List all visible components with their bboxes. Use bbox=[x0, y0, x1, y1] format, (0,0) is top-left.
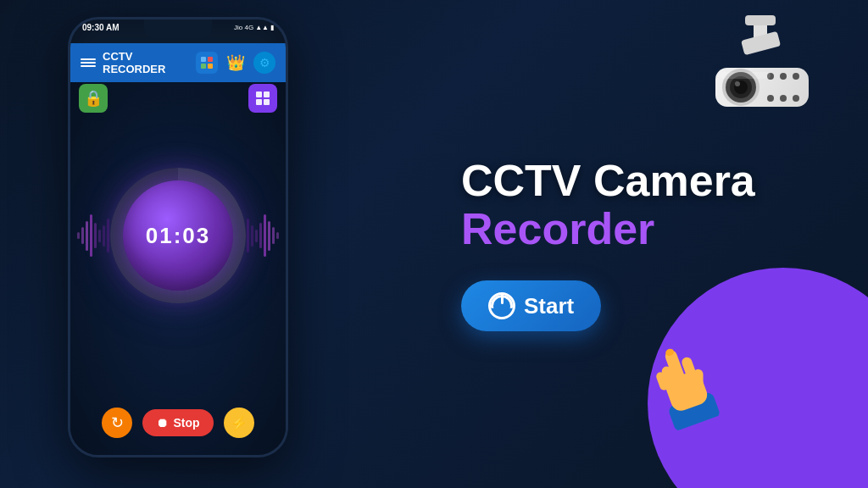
carrier-label: Jio 4G bbox=[234, 24, 253, 31]
phone-frame: 09:30 AM Jio 4G ▲▲ ▮ CCTV RECORDER bbox=[68, 17, 288, 458]
svg-rect-32 bbox=[693, 369, 704, 388]
title-white-text: CCTV Camera bbox=[461, 156, 755, 205]
bolt-button[interactable]: ⚡ bbox=[224, 408, 254, 438]
hamburger-menu-icon[interactable] bbox=[81, 58, 96, 67]
signal-icon: ▲▲ bbox=[255, 24, 269, 31]
timer-area: 01:03 bbox=[70, 77, 286, 394]
stop-label: Stop bbox=[173, 416, 199, 430]
status-icons: Jio 4G ▲▲ ▮ bbox=[234, 24, 274, 31]
svg-rect-2 bbox=[201, 64, 206, 69]
svg-rect-0 bbox=[201, 57, 206, 62]
app-title-line1: CCTV Camera bbox=[461, 157, 817, 205]
gallery-icon[interactable] bbox=[196, 52, 218, 74]
svg-point-22 bbox=[780, 95, 787, 102]
svg-point-17 bbox=[735, 81, 740, 86]
phone-mockup: 09:30 AM Jio 4G ▲▲ ▮ CCTV RECORDER bbox=[68, 17, 305, 474]
refresh-button[interactable]: ↻ bbox=[102, 408, 132, 438]
stop-button[interactable]: ⏺ Stop bbox=[142, 409, 213, 436]
battery-icon: ▮ bbox=[270, 24, 274, 31]
cctv-camera-image bbox=[673, 8, 843, 136]
svg-point-19 bbox=[780, 73, 787, 80]
start-label: Start bbox=[524, 293, 574, 319]
phone-toolbar: CCTV RECORDER 👑 ⚙ bbox=[70, 43, 286, 82]
timer-circle-inner: 01:03 bbox=[123, 180, 233, 291]
svg-rect-1 bbox=[208, 57, 213, 62]
power-icon bbox=[488, 292, 515, 319]
phone-content: 🔒 bbox=[70, 77, 286, 455]
timer-circle-outer: 01:03 bbox=[110, 168, 246, 303]
svg-point-20 bbox=[793, 73, 799, 80]
status-bar: 09:30 AM Jio 4G ▲▲ ▮ bbox=[70, 23, 286, 32]
status-time: 09:30 AM bbox=[82, 23, 120, 32]
svg-point-23 bbox=[793, 95, 799, 102]
start-button[interactable]: Start bbox=[461, 280, 601, 331]
settings-icon[interactable]: ⚙ bbox=[253, 52, 275, 74]
svg-rect-24 bbox=[720, 72, 771, 79]
record-dot-icon: ⏺ bbox=[156, 416, 168, 430]
timer-display: 01:03 bbox=[146, 223, 211, 249]
app-title-line2: Recorder bbox=[461, 205, 817, 253]
svg-rect-3 bbox=[208, 64, 213, 69]
svg-point-21 bbox=[767, 95, 774, 102]
svg-rect-9 bbox=[745, 15, 776, 25]
toolbar-title: CCTV RECORDER bbox=[103, 50, 189, 75]
bottom-buttons: ↻ ⏺ Stop ⚡ bbox=[102, 394, 253, 455]
crown-icon[interactable]: 👑 bbox=[225, 52, 247, 74]
title-purple-text: Recorder bbox=[461, 204, 654, 253]
